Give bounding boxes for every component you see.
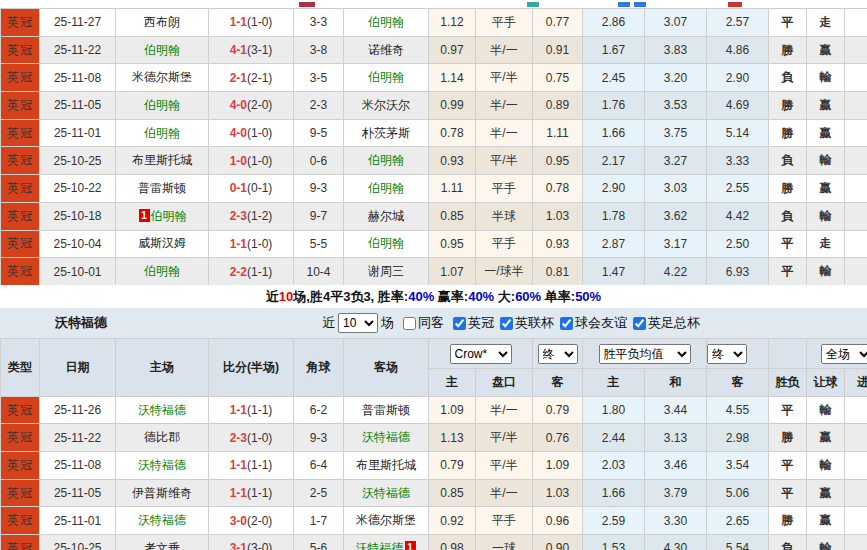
team-name: 沃特福德 [362,430,410,444]
date-cell: 25-10-01 [40,258,116,285]
ah-home-odds: 0.99 [429,92,476,120]
ah-line-cell: 平/半 [476,452,533,480]
summary-segment: 60% [515,289,541,304]
ah-home-odds: 0.85 [429,479,476,507]
halftime-score: (1-0) [247,154,272,168]
halftime-score: (3-1) [247,43,272,57]
away-team-cell: 诺维奇 [344,36,429,64]
handicap-result-cell: 贏 [807,424,845,452]
date-cell: 25-11-27 [40,9,116,37]
away-team-cell: 伯明翰 [344,230,429,258]
eu-draw-odds: 3.03 [645,175,707,203]
home-team-cell: 伯明翰 [116,36,209,64]
fulltime-score: 1-1 [230,486,247,500]
league-badge: 英冠 [1,36,40,64]
bookmaker-select[interactable]: Crow* [450,344,512,364]
result-cell: 平 [769,396,807,424]
eu-home-odds: 2.45 [583,64,645,92]
result-cell: 勝 [769,507,807,535]
filter-controls: 近 10 场 同客 英冠英联杯球会友谊英足总杯 [322,313,700,333]
match-row: 英冠25-10-04威斯汉姆1-1(1-0)5-5伯明翰0.95平手0.932.… [1,230,867,258]
team-name: 普雷斯顿 [138,181,186,195]
eu-away-odds: 4.86 [707,36,769,64]
league-filter-checkbox[interactable] [453,317,466,330]
tail-cell [845,258,867,285]
ah-stage-select[interactable]: 终 [538,344,578,364]
halftime-score: (2-1) [247,71,272,85]
col-header-ah-home: 主 [429,369,476,397]
team-name: 朴茨茅斯 [362,126,410,140]
home-team-cell: 米德尔斯堡 [116,64,209,92]
halftime-score: (2-0) [247,98,272,112]
match-row: 英冠25-11-01伯明翰4-0(1-0)9-5朴茨茅斯0.78半/一1.111… [1,119,867,147]
date-cell: 25-10-25 [40,535,116,550]
summary-segment: 场,胜4平3负3, 胜率: [293,289,408,304]
summary-segment: 单率: [541,289,575,304]
tail-cell [845,479,867,507]
halftime-score: (1-1) [247,486,272,500]
league-filter: 英联杯 [494,314,554,332]
league-badge: 英冠 [1,479,40,507]
fulltime-score: 4-0 [230,126,247,140]
team-name: 布里斯托城 [356,458,416,472]
eu-draw-odds: 3.07 [645,9,707,37]
scope-select[interactable]: 全场 [821,344,867,364]
team-name: 伯明翰 [368,153,404,167]
tail-cell [845,175,867,203]
eu-draw-odds: 4.30 [645,535,707,550]
score-cell: 4-0(2-0) [209,92,294,120]
eu-away-odds: 2.50 [707,230,769,258]
same-away-checkbox[interactable] [403,317,416,330]
ah-home-odds: 1.07 [429,258,476,285]
ah-line-cell: 半/一 [476,92,533,120]
handicap-result-cell: 贏 [807,36,845,64]
match-row: 英冠25-11-22德比郡2-3(1-0)9-3沃特福德1.13平/半0.762… [1,424,867,452]
team-name: 威斯汉姆 [138,236,186,250]
ah-away-odds: 0.77 [533,9,583,37]
eu-away-odds: 2.55 [707,175,769,203]
score-cell: 3-0(2-0) [209,507,294,535]
bookmaker-select-cell: Crow* [429,339,533,369]
recent-count-select[interactable]: 10 [338,313,378,333]
handicap-result-cell: 走 [807,9,845,37]
ah-away-odds: 1.03 [533,202,583,230]
odds-type-select[interactable]: 胜平负均值 [599,344,691,364]
league-filter-checkbox[interactable] [500,317,513,330]
league-badge: 英冠 [1,452,40,480]
handicap-result-cell: 輸 [807,64,845,92]
eu-home-odds: 1.76 [583,92,645,120]
halftime-score: (1-0) [247,237,272,251]
score-cell: 1-1(1-0) [209,230,294,258]
summary-segment: 10 [279,289,293,304]
date-cell: 25-11-26 [40,396,116,424]
fulltime-score: 2-1 [230,71,247,85]
match-row: 英冠25-11-08沃特福德1-1(1-1)6-4布里斯托城0.79平/半1.0… [1,452,867,480]
ah-away-odds: 0.75 [533,64,583,92]
ah-away-odds: 0.95 [533,147,583,175]
eu-stage-select[interactable]: 终 [707,344,747,364]
league-filter-checkbox[interactable] [633,317,646,330]
eu-away-odds: 4.55 [707,396,769,424]
team-name: 谢周三 [368,264,404,278]
fulltime-score: 1-1 [230,458,247,472]
team-name: 伯明翰 [368,70,404,84]
date-cell: 25-11-08 [40,452,116,480]
date-cell: 25-10-04 [40,230,116,258]
near-label: 近 [322,314,335,332]
eu-away-odds: 2.98 [707,424,769,452]
result-cell: 負 [769,202,807,230]
handicap-result-cell: 輸 [807,396,845,424]
league-badge: 英冠 [1,535,40,550]
eu-home-odds: 2.17 [583,147,645,175]
team-name: 德比郡 [144,430,180,444]
league-filter-checkbox[interactable] [560,317,573,330]
eu-away-odds: 5.54 [707,535,769,550]
eu-home-odds: 2.44 [583,424,645,452]
match-row: 英冠25-11-05伊普斯维奇1-1(1-1)2-5沃特福德0.85半/一1.0… [1,479,867,507]
fulltime-score: 3-1 [230,541,247,550]
birmingham-matches-table: 英冠25-11-27西布朗1-1(1-0)3-3伯明翰1.12平手0.772.8… [0,8,867,285]
handicap-result-cell: 輸 [807,202,845,230]
team-name: 沃特福德 [138,458,186,472]
summary-segment: 大: [494,289,515,304]
team-name: 伯明翰 [151,209,187,223]
